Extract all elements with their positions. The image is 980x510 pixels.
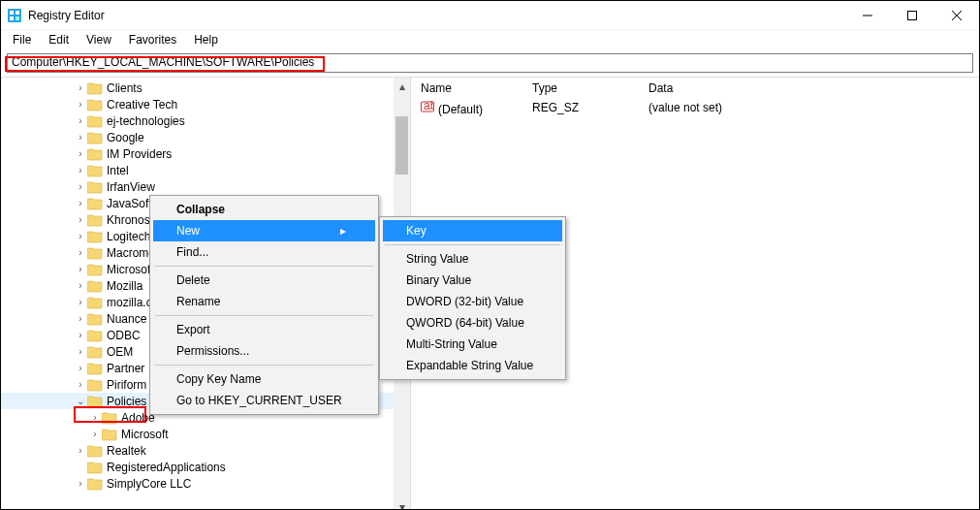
tree-item[interactable]: ›Microsoft (1, 426, 410, 442)
tree-item-label: Google (107, 131, 144, 144)
chevron-right-icon[interactable]: › (88, 429, 102, 439)
ctx-new[interactable]: New ▸ (153, 220, 375, 241)
chevron-right-icon[interactable]: › (74, 280, 87, 291)
tree-item[interactable]: ›Google (1, 129, 410, 145)
separator (385, 244, 560, 245)
tree-item-label: Realtek (107, 444, 146, 458)
chevron-right-icon[interactable]: › (74, 231, 87, 241)
svg-rect-2 (16, 11, 19, 15)
col-header-name[interactable]: Name (421, 81, 532, 95)
chevron-right-icon[interactable]: › (74, 181, 87, 192)
ctx-goto-hkcu[interactable]: Go to HKEY_CURRENT_USER (153, 390, 375, 411)
menu-favorites[interactable]: Favorites (121, 31, 184, 48)
ctx-find[interactable]: Find... (153, 241, 375, 263)
chevron-right-icon[interactable]: › (74, 445, 87, 456)
value-data: (value not set) (648, 101, 969, 114)
minimize-button[interactable] (845, 1, 890, 30)
string-value-icon: ab (421, 100, 434, 113)
folder-icon (87, 296, 103, 309)
chevron-right-icon[interactable]: › (74, 247, 87, 258)
tree-item-label: Policies (107, 395, 146, 408)
chevron-right-icon[interactable]: › (74, 99, 87, 110)
menu-file[interactable]: File (5, 31, 39, 48)
separator (155, 266, 373, 267)
window-title: Registry Editor (28, 9, 845, 22)
folder-icon (87, 312, 103, 326)
tree-item[interactable]: ›Intel (1, 162, 410, 178)
ctx-export[interactable]: Export (153, 319, 375, 340)
scroll-thumb[interactable] (395, 116, 408, 175)
list-row[interactable]: ab(Default)REG_SZ(value not set) (421, 99, 969, 116)
ctx-copy-key-name[interactable]: Copy Key Name (153, 368, 375, 390)
tree-item[interactable]: ›SimplyCore LLC (1, 475, 410, 492)
ctx-new-string[interactable]: String Value (383, 248, 562, 270)
svg-rect-1 (10, 11, 14, 15)
tree-item[interactable]: ›Clients (1, 80, 410, 96)
folder-icon (102, 428, 117, 441)
col-header-data[interactable]: Data (648, 81, 969, 95)
chevron-right-icon[interactable]: › (74, 165, 87, 175)
folder-icon (87, 279, 103, 293)
scroll-down-icon[interactable]: ▾ (394, 498, 410, 510)
chevron-right-icon[interactable]: › (74, 363, 87, 373)
chevron-down-icon[interactable]: ⌄ (74, 396, 87, 406)
tree-item-label: Intel (107, 164, 129, 177)
tree-item[interactable]: ›IM Providers (1, 145, 410, 162)
svg-rect-3 (10, 16, 14, 20)
tree-item[interactable]: ›IrfanView (1, 178, 410, 195)
ctx-new-multistring[interactable]: Multi-String Value (383, 334, 562, 355)
folder-icon (87, 213, 103, 227)
maximize-button[interactable] (890, 1, 934, 30)
folder-icon (87, 98, 103, 112)
folder-icon (87, 362, 103, 375)
ctx-new-binary[interactable]: Binary Value (383, 270, 562, 291)
menu-help[interactable]: Help (186, 31, 226, 48)
ctx-new-expstring[interactable]: Expandable String Value (383, 355, 562, 376)
close-button[interactable] (934, 1, 979, 30)
menu-view[interactable]: View (79, 31, 119, 48)
tree-item[interactable]: ›Creative Tech (1, 96, 410, 112)
chevron-right-icon[interactable]: › (74, 297, 87, 307)
chevron-right-icon[interactable]: › (88, 412, 102, 423)
menu-edit[interactable]: Edit (41, 31, 77, 48)
tree-item[interactable]: ›Realtek (1, 442, 410, 459)
folder-icon (102, 411, 117, 425)
tree-item[interactable]: RegisteredApplications (1, 459, 410, 475)
chevron-right-icon[interactable]: › (74, 264, 87, 274)
value-name: ab(Default) (421, 100, 532, 116)
ctx-collapse[interactable]: Collapse (153, 199, 375, 220)
address-bar-container: Computer\HKEY_LOCAL_MACHINE\SOFTWARE\Pol… (1, 49, 979, 77)
svg-text:ab: ab (424, 100, 434, 112)
ctx-new-key[interactable]: Key (383, 220, 562, 241)
svg-rect-6 (908, 11, 917, 19)
col-header-type[interactable]: Type (532, 81, 648, 95)
tree-item-label: Piriform (107, 378, 146, 392)
chevron-right-icon[interactable]: › (74, 313, 87, 324)
ctx-new-qword[interactable]: QWORD (64-bit) Value (383, 312, 562, 334)
scroll-up-icon[interactable]: ▴ (394, 78, 410, 94)
ctx-new-dword[interactable]: DWORD (32-bit) Value (383, 291, 562, 312)
folder-icon (87, 329, 103, 342)
chevron-right-icon[interactable]: › (74, 132, 87, 143)
tree-item[interactable]: ›ej-technologies (1, 112, 410, 129)
ctx-delete[interactable]: Delete (153, 270, 375, 291)
ctx-rename[interactable]: Rename (153, 291, 375, 312)
tree-item-label: Logitech (107, 230, 150, 243)
chevron-right-icon[interactable]: › (74, 330, 87, 340)
folder-icon (87, 378, 103, 392)
chevron-right-icon[interactable]: › (74, 478, 87, 489)
address-bar[interactable]: Computer\HKEY_LOCAL_MACHINE\SOFTWARE\Pol… (7, 53, 973, 73)
chevron-right-icon[interactable]: › (74, 198, 87, 208)
separator (155, 315, 373, 316)
chevron-right-icon[interactable]: › (74, 346, 87, 357)
titlebar: Registry Editor (1, 1, 979, 30)
ctx-permissions[interactable]: Permissions... (153, 340, 375, 362)
list-header[interactable]: Name Type Data (421, 81, 969, 99)
tree-item-label: Khronos (107, 213, 150, 227)
chevron-right-icon[interactable]: › (74, 214, 87, 225)
chevron-right-icon[interactable]: › (74, 379, 87, 390)
tree-item-label: Mozilla (107, 279, 142, 293)
chevron-right-icon[interactable]: › (74, 82, 87, 93)
chevron-right-icon[interactable]: › (74, 148, 87, 159)
chevron-right-icon[interactable]: › (74, 115, 87, 126)
